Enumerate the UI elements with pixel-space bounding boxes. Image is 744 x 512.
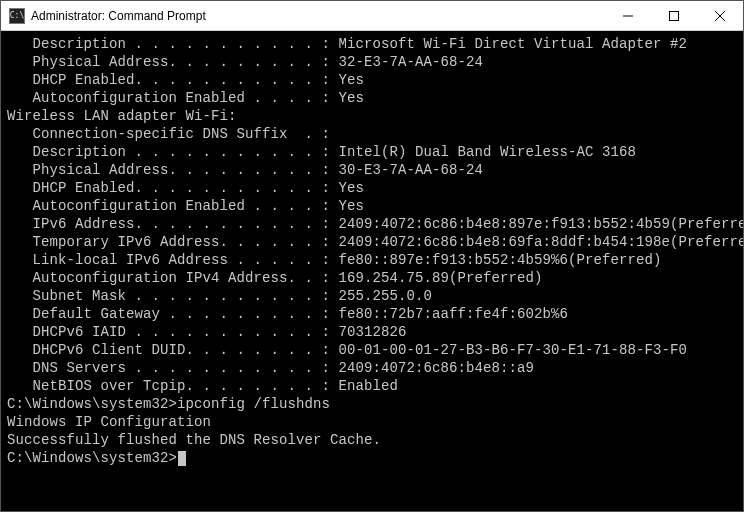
terminal-line: Autoconfiguration IPv4 Address. . : 169.…	[7, 269, 737, 287]
terminal-line: DNS Servers . . . . . . . . . . . : 2409…	[7, 359, 737, 377]
titlebar[interactable]: C:\ Administrator: Command Prompt	[1, 1, 743, 31]
terminal-line: Wireless LAN adapter Wi-Fi:	[7, 107, 737, 125]
terminal-line: DHCP Enabled. . . . . . . . . . . : Yes	[7, 71, 737, 89]
minimize-button[interactable]	[605, 1, 651, 31]
terminal-line: DHCPv6 IAID . . . . . . . . . . . : 7031…	[7, 323, 737, 341]
terminal-line: DHCPv6 Client DUID. . . . . . . . : 00-0…	[7, 341, 737, 359]
cmd-icon: C:\	[9, 8, 25, 24]
terminal-output[interactable]: Description . . . . . . . . . . . : Micr…	[1, 31, 743, 511]
terminal-line: Description . . . . . . . . . . . : Micr…	[7, 35, 737, 53]
minimize-icon	[623, 11, 633, 21]
terminal-line: Autoconfiguration Enabled . . . . : Yes	[7, 89, 737, 107]
svg-rect-1	[670, 11, 679, 20]
terminal-line: Physical Address. . . . . . . . . : 30-E…	[7, 161, 737, 179]
terminal-line: C:\Windows\system32>ipconfig /flushdns	[7, 395, 737, 413]
terminal-line: DHCP Enabled. . . . . . . . . . . : Yes	[7, 179, 737, 197]
cursor	[178, 451, 186, 466]
terminal-line: Connection-specific DNS Suffix . :	[7, 125, 737, 143]
close-icon	[715, 11, 725, 21]
app-window: C:\ Administrator: Command Prompt Descri…	[0, 0, 744, 512]
terminal-line: Physical Address. . . . . . . . . : 32-E…	[7, 53, 737, 71]
terminal-line: Link-local IPv6 Address . . . . . : fe80…	[7, 251, 737, 269]
window-title: Administrator: Command Prompt	[31, 9, 206, 23]
terminal-line: Temporary IPv6 Address. . . . . . : 2409…	[7, 233, 737, 251]
terminal-line: IPv6 Address. . . . . . . . . . . : 2409…	[7, 215, 737, 233]
terminal-line: Subnet Mask . . . . . . . . . . . : 255.…	[7, 287, 737, 305]
maximize-button[interactable]	[651, 1, 697, 31]
terminal-line: C:\Windows\system32>	[7, 449, 737, 467]
terminal-line: Successfully flushed the DNS Resolver Ca…	[7, 431, 737, 449]
terminal-line: Description . . . . . . . . . . . : Inte…	[7, 143, 737, 161]
terminal-line: Default Gateway . . . . . . . . . : fe80…	[7, 305, 737, 323]
terminal-line: Autoconfiguration Enabled . . . . : Yes	[7, 197, 737, 215]
maximize-icon	[669, 11, 679, 21]
terminal-line: NetBIOS over Tcpip. . . . . . . . : Enab…	[7, 377, 737, 395]
close-button[interactable]	[697, 1, 743, 31]
terminal-line: Windows IP Configuration	[7, 413, 737, 431]
